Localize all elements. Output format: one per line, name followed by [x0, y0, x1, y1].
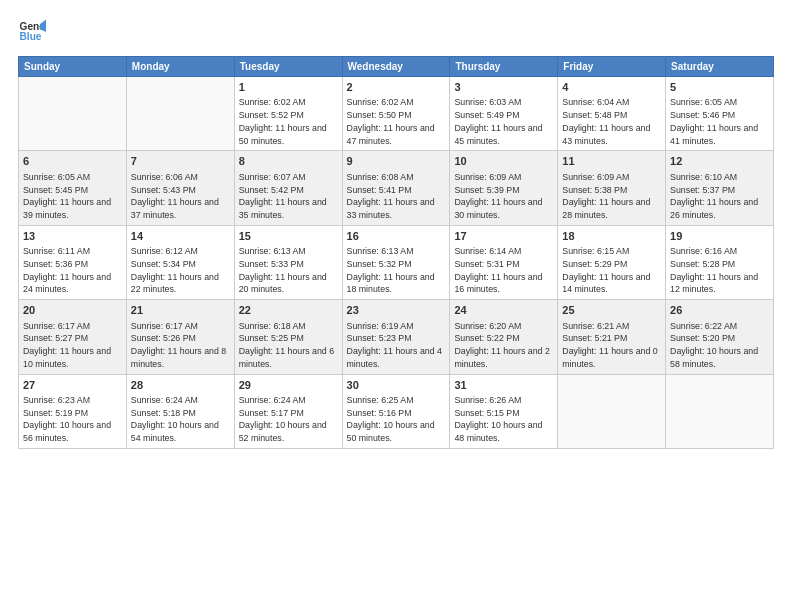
calendar-cell: 20Sunrise: 6:17 AMSunset: 5:27 PMDayligh… — [19, 300, 127, 374]
day-number: 19 — [670, 229, 769, 244]
calendar-cell: 3Sunrise: 6:03 AMSunset: 5:49 PMDaylight… — [450, 77, 558, 151]
day-number: 24 — [454, 303, 553, 318]
day-info: Sunrise: 6:07 AMSunset: 5:42 PMDaylight:… — [239, 171, 338, 222]
day-number: 9 — [347, 154, 446, 169]
calendar-cell: 8Sunrise: 6:07 AMSunset: 5:42 PMDaylight… — [234, 151, 342, 225]
day-info: Sunrise: 6:11 AMSunset: 5:36 PMDaylight:… — [23, 245, 122, 296]
day-number: 11 — [562, 154, 661, 169]
day-info: Sunrise: 6:05 AMSunset: 5:46 PMDaylight:… — [670, 96, 769, 147]
calendar-cell: 31Sunrise: 6:26 AMSunset: 5:15 PMDayligh… — [450, 374, 558, 448]
day-number: 23 — [347, 303, 446, 318]
day-info: Sunrise: 6:24 AMSunset: 5:17 PMDaylight:… — [239, 394, 338, 445]
day-info: Sunrise: 6:22 AMSunset: 5:20 PMDaylight:… — [670, 320, 769, 371]
calendar-cell: 29Sunrise: 6:24 AMSunset: 5:17 PMDayligh… — [234, 374, 342, 448]
calendar-day-header: Wednesday — [342, 57, 450, 77]
calendar-cell: 16Sunrise: 6:13 AMSunset: 5:32 PMDayligh… — [342, 225, 450, 299]
calendar-cell: 25Sunrise: 6:21 AMSunset: 5:21 PMDayligh… — [558, 300, 666, 374]
calendar-cell: 21Sunrise: 6:17 AMSunset: 5:26 PMDayligh… — [126, 300, 234, 374]
day-info: Sunrise: 6:26 AMSunset: 5:15 PMDaylight:… — [454, 394, 553, 445]
day-info: Sunrise: 6:17 AMSunset: 5:27 PMDaylight:… — [23, 320, 122, 371]
day-number: 8 — [239, 154, 338, 169]
calendar-cell: 18Sunrise: 6:15 AMSunset: 5:29 PMDayligh… — [558, 225, 666, 299]
day-number: 6 — [23, 154, 122, 169]
day-info: Sunrise: 6:10 AMSunset: 5:37 PMDaylight:… — [670, 171, 769, 222]
calendar-cell: 27Sunrise: 6:23 AMSunset: 5:19 PMDayligh… — [19, 374, 127, 448]
day-number: 18 — [562, 229, 661, 244]
calendar-cell: 5Sunrise: 6:05 AMSunset: 5:46 PMDaylight… — [666, 77, 774, 151]
calendar-cell: 9Sunrise: 6:08 AMSunset: 5:41 PMDaylight… — [342, 151, 450, 225]
logo-icon: General Blue — [18, 18, 46, 46]
calendar-cell: 6Sunrise: 6:05 AMSunset: 5:45 PMDaylight… — [19, 151, 127, 225]
day-info: Sunrise: 6:15 AMSunset: 5:29 PMDaylight:… — [562, 245, 661, 296]
day-info: Sunrise: 6:06 AMSunset: 5:43 PMDaylight:… — [131, 171, 230, 222]
day-number: 31 — [454, 378, 553, 393]
day-number: 26 — [670, 303, 769, 318]
calendar-table: SundayMondayTuesdayWednesdayThursdayFrid… — [18, 56, 774, 449]
day-number: 14 — [131, 229, 230, 244]
day-number: 15 — [239, 229, 338, 244]
calendar-cell — [19, 77, 127, 151]
calendar-cell: 22Sunrise: 6:18 AMSunset: 5:25 PMDayligh… — [234, 300, 342, 374]
day-info: Sunrise: 6:04 AMSunset: 5:48 PMDaylight:… — [562, 96, 661, 147]
calendar-cell — [126, 77, 234, 151]
calendar-cell: 19Sunrise: 6:16 AMSunset: 5:28 PMDayligh… — [666, 225, 774, 299]
day-info: Sunrise: 6:16 AMSunset: 5:28 PMDaylight:… — [670, 245, 769, 296]
day-number: 28 — [131, 378, 230, 393]
day-number: 10 — [454, 154, 553, 169]
day-info: Sunrise: 6:14 AMSunset: 5:31 PMDaylight:… — [454, 245, 553, 296]
day-number: 3 — [454, 80, 553, 95]
calendar-cell — [558, 374, 666, 448]
calendar-day-header: Thursday — [450, 57, 558, 77]
calendar-cell: 2Sunrise: 6:02 AMSunset: 5:50 PMDaylight… — [342, 77, 450, 151]
day-info: Sunrise: 6:18 AMSunset: 5:25 PMDaylight:… — [239, 320, 338, 371]
day-info: Sunrise: 6:21 AMSunset: 5:21 PMDaylight:… — [562, 320, 661, 371]
day-number: 30 — [347, 378, 446, 393]
day-info: Sunrise: 6:02 AMSunset: 5:52 PMDaylight:… — [239, 96, 338, 147]
day-info: Sunrise: 6:12 AMSunset: 5:34 PMDaylight:… — [131, 245, 230, 296]
calendar-day-header: Friday — [558, 57, 666, 77]
calendar-cell — [666, 374, 774, 448]
logo: General Blue — [18, 18, 46, 46]
day-info: Sunrise: 6:08 AMSunset: 5:41 PMDaylight:… — [347, 171, 446, 222]
day-number: 22 — [239, 303, 338, 318]
calendar-cell: 14Sunrise: 6:12 AMSunset: 5:34 PMDayligh… — [126, 225, 234, 299]
day-number: 27 — [23, 378, 122, 393]
calendar-day-header: Tuesday — [234, 57, 342, 77]
day-number: 1 — [239, 80, 338, 95]
calendar-cell: 13Sunrise: 6:11 AMSunset: 5:36 PMDayligh… — [19, 225, 127, 299]
day-number: 5 — [670, 80, 769, 95]
day-number: 20 — [23, 303, 122, 318]
day-number: 29 — [239, 378, 338, 393]
calendar-cell: 10Sunrise: 6:09 AMSunset: 5:39 PMDayligh… — [450, 151, 558, 225]
day-info: Sunrise: 6:09 AMSunset: 5:38 PMDaylight:… — [562, 171, 661, 222]
calendar-cell: 30Sunrise: 6:25 AMSunset: 5:16 PMDayligh… — [342, 374, 450, 448]
calendar-header-row: SundayMondayTuesdayWednesdayThursdayFrid… — [19, 57, 774, 77]
day-info: Sunrise: 6:09 AMSunset: 5:39 PMDaylight:… — [454, 171, 553, 222]
calendar-cell: 7Sunrise: 6:06 AMSunset: 5:43 PMDaylight… — [126, 151, 234, 225]
calendar-cell: 26Sunrise: 6:22 AMSunset: 5:20 PMDayligh… — [666, 300, 774, 374]
calendar-cell: 4Sunrise: 6:04 AMSunset: 5:48 PMDaylight… — [558, 77, 666, 151]
calendar-cell: 15Sunrise: 6:13 AMSunset: 5:33 PMDayligh… — [234, 225, 342, 299]
calendar-cell: 23Sunrise: 6:19 AMSunset: 5:23 PMDayligh… — [342, 300, 450, 374]
day-number: 25 — [562, 303, 661, 318]
day-info: Sunrise: 6:13 AMSunset: 5:32 PMDaylight:… — [347, 245, 446, 296]
calendar-week-row: 1Sunrise: 6:02 AMSunset: 5:52 PMDaylight… — [19, 77, 774, 151]
calendar-cell: 17Sunrise: 6:14 AMSunset: 5:31 PMDayligh… — [450, 225, 558, 299]
calendar-week-row: 6Sunrise: 6:05 AMSunset: 5:45 PMDaylight… — [19, 151, 774, 225]
day-info: Sunrise: 6:23 AMSunset: 5:19 PMDaylight:… — [23, 394, 122, 445]
calendar-week-row: 13Sunrise: 6:11 AMSunset: 5:36 PMDayligh… — [19, 225, 774, 299]
day-info: Sunrise: 6:20 AMSunset: 5:22 PMDaylight:… — [454, 320, 553, 371]
calendar-cell: 12Sunrise: 6:10 AMSunset: 5:37 PMDayligh… — [666, 151, 774, 225]
day-info: Sunrise: 6:17 AMSunset: 5:26 PMDaylight:… — [131, 320, 230, 371]
day-number: 16 — [347, 229, 446, 244]
calendar-cell: 24Sunrise: 6:20 AMSunset: 5:22 PMDayligh… — [450, 300, 558, 374]
day-info: Sunrise: 6:19 AMSunset: 5:23 PMDaylight:… — [347, 320, 446, 371]
calendar-day-header: Monday — [126, 57, 234, 77]
day-info: Sunrise: 6:24 AMSunset: 5:18 PMDaylight:… — [131, 394, 230, 445]
calendar-cell: 28Sunrise: 6:24 AMSunset: 5:18 PMDayligh… — [126, 374, 234, 448]
calendar-week-row: 27Sunrise: 6:23 AMSunset: 5:19 PMDayligh… — [19, 374, 774, 448]
svg-text:Blue: Blue — [20, 31, 42, 42]
calendar-day-header: Saturday — [666, 57, 774, 77]
calendar-day-header: Sunday — [19, 57, 127, 77]
day-info: Sunrise: 6:13 AMSunset: 5:33 PMDaylight:… — [239, 245, 338, 296]
